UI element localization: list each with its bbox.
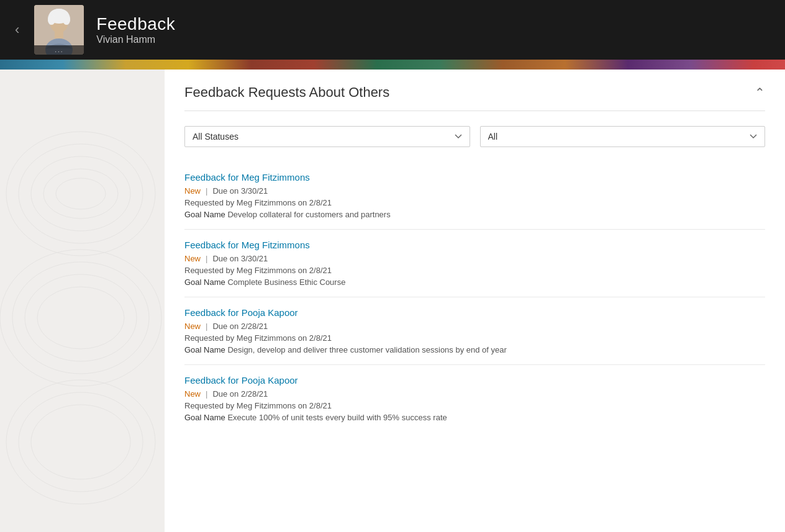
status-badge: New [184,254,201,263]
svg-point-19 [6,380,155,504]
feedback-link[interactable]: Feedback for Meg Fitzimmons [184,172,765,183]
svg-point-6 [48,15,55,25]
feedback-link[interactable]: Feedback for Pooja Kapoor [184,307,765,318]
status-separator: | [206,322,207,331]
avatar-dots[interactable]: ... [34,45,84,55]
sidebar-watermark [0,70,165,532]
feedback-link[interactable]: Feedback for Pooja Kapoor [184,375,765,385]
user-name: Vivian Hamm [96,34,175,45]
requested-by: Requested by Meg Fitzimmons on 2/8/21 [184,266,765,275]
status-separator: | [206,186,207,196]
main-content: Feedback Requests About Others ⌃ All Sta… [165,70,785,532]
status-separator: | [206,389,207,399]
category-filter[interactable]: All [480,126,766,147]
goal-name-label: Goal Name [184,277,227,287]
section-title: Feedback Requests About Others [184,84,389,101]
goal-name: Goal Name Complete Business Ethic Course [184,277,765,287]
main-layout: Feedback Requests About Others ⌃ All Sta… [0,70,785,532]
svg-rect-4 [55,31,63,38]
section-header: Feedback Requests About Others ⌃ [184,84,765,111]
goal-name-label: Goal Name [184,413,227,422]
due-date: Due on 2/28/21 [212,322,268,331]
svg-point-18 [19,392,143,492]
feedback-link[interactable]: Feedback for Meg Fitzimmons [184,240,765,250]
requested-by: Requested by Meg Fitzimmons on 2/8/21 [184,333,765,343]
svg-point-17 [31,405,130,479]
svg-point-14 [12,262,149,374]
status-row: New | Due on 3/30/21 [184,186,765,196]
status-badge: New [184,186,201,196]
page-title: Feedback [96,14,175,34]
list-item: Feedback for Meg Fitzimmons New | Due on… [184,229,765,297]
svg-point-9 [19,144,143,243]
app-header: ‹ ... Feedback [0,0,785,60]
svg-point-15 [0,250,161,386]
goal-name-label: Goal Name [184,345,227,354]
goal-name-label: Goal Name [184,210,227,219]
list-item: Feedback for Pooja Kapoor New | Due on 2… [184,297,765,364]
requested-by: Requested by Meg Fitzimmons on 2/8/21 [184,198,765,207]
status-row: New | Due on 2/28/21 [184,322,765,331]
avatar-container: ... [34,5,84,55]
svg-point-12 [56,178,106,209]
svg-point-8 [31,156,130,231]
goal-name: Goal Name Design, develop and deliver th… [184,345,765,354]
due-date: Due on 3/30/21 [212,186,268,196]
header-text: Feedback Vivian Hamm [96,14,175,45]
status-filter[interactable]: All Statuses New In Progress Completed [184,126,470,147]
status-badge: New [184,389,201,399]
due-date: Due on 3/30/21 [212,254,268,263]
status-row: New | Due on 2/28/21 [184,389,765,399]
collapse-button[interactable]: ⌃ [755,85,765,100]
svg-point-16 [37,287,124,349]
back-button[interactable]: ‹ [10,17,24,43]
requested-by: Requested by Meg Fitzimmons on 2/8/21 [184,401,765,410]
status-badge: New [184,322,201,331]
feedback-list: Feedback for Meg Fitzimmons New | Due on… [184,162,765,432]
svg-point-10 [6,132,155,256]
filters-row: All Statuses New In Progress Completed A… [184,126,765,147]
due-date: Due on 2/28/21 [212,389,268,399]
sidebar [0,70,165,532]
status-row: New | Due on 3/30/21 [184,254,765,263]
svg-point-13 [25,274,137,361]
goal-name: Goal Name Execute 100% of unit tests eve… [184,413,765,422]
svg-point-11 [43,169,118,219]
decorative-banner [0,60,785,70]
goal-name: Goal Name Develop collateral for custome… [184,210,765,219]
svg-point-7 [63,15,70,25]
list-item: Feedback for Meg Fitzimmons New | Due on… [184,162,765,229]
status-separator: | [206,254,207,263]
list-item: Feedback for Pooja Kapoor New | Due on 2… [184,364,765,432]
